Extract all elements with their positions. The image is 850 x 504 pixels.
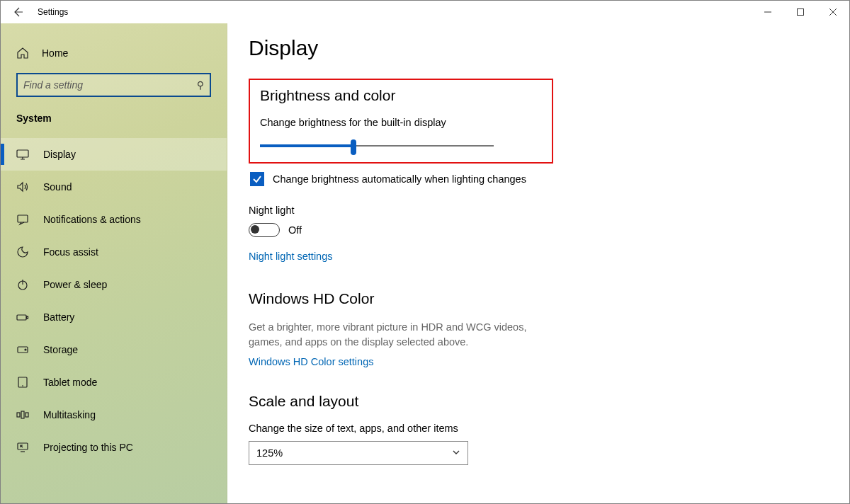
notifications-icon — [16, 213, 29, 226]
section-scale: Scale and layout — [249, 393, 828, 410]
night-light-toggle-row: Off — [249, 223, 828, 237]
home-icon — [16, 47, 29, 59]
svg-rect-2 — [18, 215, 28, 222]
content: Display Brightness and color Change brig… — [227, 23, 849, 503]
svg-rect-11 — [26, 413, 28, 417]
search-box[interactable]: ⚲ — [16, 73, 211, 97]
svg-rect-12 — [18, 443, 28, 449]
svg-rect-0 — [798, 9, 804, 16]
nav-label: Multitasking — [43, 409, 96, 420]
sound-icon — [16, 181, 29, 193]
nav-label: Power & sleep — [43, 279, 107, 290]
nav-label: Battery — [43, 311, 74, 323]
app-title: Settings — [35, 7, 68, 17]
sidebar-item-focus-assist[interactable]: Focus assist — [1, 236, 227, 268]
body: Home ⚲ System Display Sound Notification… — [1, 23, 849, 503]
sidebar-item-notifications[interactable]: Notifications & actions — [1, 203, 227, 236]
brightness-label: Change brightness for the built-in displ… — [260, 117, 542, 128]
section-hd-color: Windows HD Color — [249, 290, 828, 307]
slider-fill — [260, 144, 353, 147]
sidebar-item-multitasking[interactable]: Multitasking — [1, 399, 227, 431]
sidebar-item-tablet-mode[interactable]: Tablet mode — [1, 366, 227, 399]
nav-label: Storage — [43, 344, 78, 355]
maximize-icon — [797, 8, 804, 16]
minimize-button[interactable] — [752, 1, 784, 23]
nav-label: Tablet mode — [43, 377, 97, 388]
sidebar-item-projecting[interactable]: Projecting to this PC — [1, 431, 227, 464]
slider-thumb[interactable] — [351, 139, 356, 155]
svg-rect-10 — [21, 411, 24, 418]
sidebar-item-storage[interactable]: Storage — [1, 333, 227, 366]
brightness-highlight: Brightness and color Change brightness f… — [249, 79, 553, 164]
svg-rect-1 — [17, 150, 28, 157]
svg-rect-4 — [17, 315, 26, 320]
focus-assist-icon — [16, 246, 29, 258]
svg-rect-9 — [17, 413, 20, 417]
hd-color-help: Get a brighter, more vibrant picture in … — [249, 320, 560, 350]
check-icon — [252, 174, 262, 184]
titlebar-left: Settings — [1, 1, 68, 23]
auto-brightness-checkbox[interactable] — [250, 172, 264, 186]
home-button[interactable]: Home — [1, 39, 227, 67]
sidebar-item-sound[interactable]: Sound — [1, 171, 227, 203]
window-controls — [752, 1, 849, 23]
home-label: Home — [42, 47, 68, 59]
settings-window: Settings Home ⚲ System Display — [0, 0, 850, 504]
night-light-settings-link[interactable]: Night light settings — [249, 251, 332, 262]
svg-point-7 — [25, 349, 26, 350]
battery-icon — [16, 311, 29, 323]
brightness-slider[interactable] — [260, 139, 494, 152]
hd-color-settings-link[interactable]: Windows HD Color settings — [249, 356, 373, 367]
tablet-icon — [16, 376, 29, 389]
svg-rect-5 — [27, 316, 28, 319]
maximize-button[interactable] — [784, 1, 817, 23]
sidebar: Home ⚲ System Display Sound Notification… — [1, 23, 227, 503]
night-light-state: Off — [288, 224, 302, 236]
nav-label: Projecting to this PC — [43, 442, 133, 453]
search-input[interactable] — [23, 79, 197, 91]
chevron-down-icon — [452, 447, 460, 459]
nav-label: Display — [43, 149, 76, 160]
section-brightness: Brightness and color — [260, 87, 542, 104]
night-light-label: Night light — [249, 205, 828, 216]
search-wrap: ⚲ — [1, 67, 227, 107]
night-light-toggle[interactable] — [249, 223, 280, 237]
search-icon: ⚲ — [197, 79, 204, 91]
minimize-icon — [764, 8, 771, 16]
toggle-knob — [251, 225, 259, 234]
nav-label: Notifications & actions — [43, 214, 141, 225]
auto-brightness-label: Change brightness automatically when lig… — [273, 173, 526, 185]
sidebar-item-display[interactable]: Display — [1, 138, 227, 171]
display-icon — [16, 148, 29, 161]
nav-label: Sound — [43, 181, 72, 193]
scale-dropdown[interactable]: 125% — [249, 441, 468, 465]
category-label: System — [1, 107, 227, 138]
sidebar-item-power-sleep[interactable]: Power & sleep — [1, 268, 227, 301]
sidebar-item-battery[interactable]: Battery — [1, 301, 227, 333]
arrow-left-icon — [12, 6, 23, 18]
close-button[interactable] — [817, 1, 849, 23]
back-button[interactable] — [1, 1, 35, 23]
auto-brightness-row[interactable]: Change brightness automatically when lig… — [250, 172, 828, 186]
scale-value: 125% — [256, 447, 283, 459]
scale-label: Change the size of text, apps, and other… — [249, 423, 828, 434]
power-icon — [16, 278, 29, 291]
multitasking-icon — [16, 408, 29, 421]
close-icon — [829, 8, 837, 16]
page-title: Display — [249, 36, 828, 60]
nav-label: Focus assist — [43, 246, 98, 258]
titlebar: Settings — [1, 1, 849, 23]
projecting-icon — [16, 441, 29, 454]
storage-icon — [16, 343, 29, 356]
